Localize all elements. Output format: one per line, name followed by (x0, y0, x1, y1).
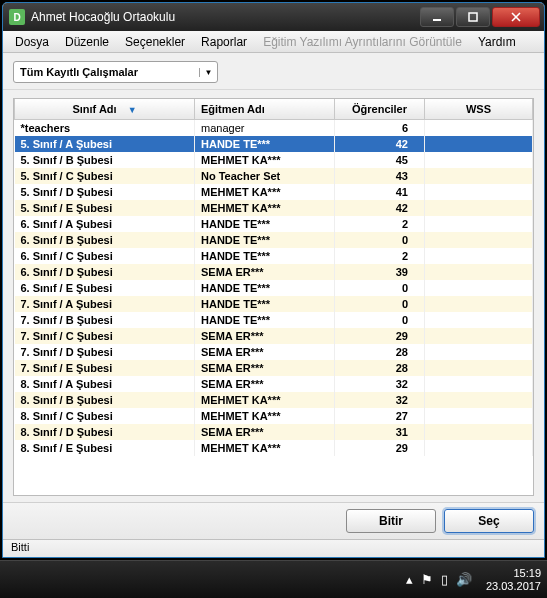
cell-students: 0 (335, 280, 425, 296)
cell-teacher: MEHMET KA*** (195, 184, 335, 200)
close-icon (511, 12, 521, 22)
cell-class: 7. Sınıf / D Şubesi (15, 344, 195, 360)
cell-wss (425, 152, 533, 168)
status-text: Bitti (11, 541, 29, 553)
table-row[interactable]: 6. Sınıf / C ŞubesiHANDE TE***2 (15, 248, 533, 264)
cell-wss (425, 200, 533, 216)
maximize-button[interactable] (456, 7, 490, 27)
table-row[interactable]: *teachersmanager6 (15, 120, 533, 136)
cell-teacher: SEMA ER*** (195, 344, 335, 360)
table-row[interactable]: 8. Sınıf / D ŞubesiSEMA ER***31 (15, 424, 533, 440)
cell-students: 39 (335, 264, 425, 280)
cell-students: 29 (335, 440, 425, 456)
table-row[interactable]: 7. Sınıf / B ŞubesiHANDE TE***0 (15, 312, 533, 328)
cell-teacher: MEHMET KA*** (195, 440, 335, 456)
table-row[interactable]: 6. Sınıf / E ŞubesiHANDE TE***0 (15, 280, 533, 296)
cell-students: 0 (335, 312, 425, 328)
title-bar[interactable]: D Ahmet Hocaoğlu Ortaokulu (3, 3, 544, 31)
cell-class: 5. Sınıf / E Şubesi (15, 200, 195, 216)
cell-wss (425, 280, 533, 296)
volume-icon[interactable]: 🔊 (456, 572, 472, 587)
cell-wss (425, 376, 533, 392)
svg-rect-0 (433, 19, 441, 21)
clock[interactable]: 15:19 23.03.2017 (486, 567, 541, 593)
cell-class: 5. Sınıf / A Şubesi (15, 136, 195, 152)
footer: Bitir Seç (3, 502, 544, 539)
cell-wss (425, 232, 533, 248)
cell-wss (425, 216, 533, 232)
table-row[interactable]: 5. Sınıf / E ŞubesiMEHMET KA***42 (15, 200, 533, 216)
col-teacher[interactable]: Eğitmen Adı (195, 99, 335, 120)
table-row[interactable]: 5. Sınıf / B ŞubesiMEHMET KA***45 (15, 152, 533, 168)
menu-file[interactable]: Dosya (9, 33, 55, 51)
cell-teacher: No Teacher Set (195, 168, 335, 184)
cell-students: 45 (335, 152, 425, 168)
finish-button[interactable]: Bitir (346, 509, 436, 533)
cell-wss (425, 440, 533, 456)
table-row[interactable]: 8. Sınıf / E ŞubesiMEHMET KA***29 (15, 440, 533, 456)
menu-options[interactable]: Seçenekler (119, 33, 191, 51)
select-button-label: Seç (478, 514, 499, 528)
table-row[interactable]: 7. Sınıf / D ŞubesiSEMA ER***28 (15, 344, 533, 360)
table-row[interactable]: 5. Sınıf / D ŞubesiMEHMET KA***41 (15, 184, 533, 200)
cell-teacher: HANDE TE*** (195, 280, 335, 296)
table-scroll[interactable]: Sınıf Adı ▼ Eğitmen Adı Öğrenciler WSS *… (13, 98, 534, 496)
cell-class: 8. Sınıf / D Şubesi (15, 424, 195, 440)
minimize-button[interactable] (420, 7, 454, 27)
col-students[interactable]: Öğrenciler (335, 99, 425, 120)
menu-details[interactable]: Eğitim Yazılımı Ayrıntılarını Görüntüle (257, 33, 468, 51)
filter-combo-label: Tüm Kayıtlı Çalışmalar (14, 66, 199, 78)
table-row[interactable]: 5. Sınıf / A ŞubesiHANDE TE***42 (15, 136, 533, 152)
show-hidden-icon[interactable]: ▴ (406, 572, 413, 587)
cell-class: 5. Sınıf / D Şubesi (15, 184, 195, 200)
cell-wss (425, 344, 533, 360)
table-area: Sınıf Adı ▼ Eğitmen Adı Öğrenciler WSS *… (3, 90, 544, 502)
cell-teacher: HANDE TE*** (195, 232, 335, 248)
cell-wss (425, 120, 533, 136)
col-class[interactable]: Sınıf Adı ▼ (15, 99, 195, 120)
menu-edit[interactable]: Düzenle (59, 33, 115, 51)
window-buttons (420, 7, 540, 27)
col-wss[interactable]: WSS (425, 99, 533, 120)
cell-students: 32 (335, 376, 425, 392)
cell-class: 6. Sınıf / A Şubesi (15, 216, 195, 232)
table-row[interactable]: 7. Sınıf / A ŞubesiHANDE TE***0 (15, 296, 533, 312)
close-button[interactable] (492, 7, 540, 27)
finish-button-label: Bitir (379, 514, 403, 528)
col-class-label: Sınıf Adı (72, 103, 116, 115)
cell-teacher: SEMA ER*** (195, 376, 335, 392)
window-title: Ahmet Hocaoğlu Ortaokulu (31, 10, 420, 24)
cell-teacher: HANDE TE*** (195, 296, 335, 312)
network-icon[interactable]: ▯ (441, 572, 448, 587)
table-row[interactable]: 6. Sınıf / B ŞubesiHANDE TE***0 (15, 232, 533, 248)
taskbar[interactable]: ▴ ⚑ ▯ 🔊 15:19 23.03.2017 (0, 560, 547, 598)
cell-class: 8. Sınıf / E Şubesi (15, 440, 195, 456)
table-row[interactable]: 7. Sınıf / E ŞubesiSEMA ER***28 (15, 360, 533, 376)
table-row[interactable]: 6. Sınıf / A ŞubesiHANDE TE***2 (15, 216, 533, 232)
cell-teacher: SEMA ER*** (195, 328, 335, 344)
menu-reports[interactable]: Raporlar (195, 33, 253, 51)
cell-class: 5. Sınıf / C Şubesi (15, 168, 195, 184)
filter-combo[interactable]: Tüm Kayıtlı Çalışmalar ▼ (13, 61, 218, 83)
select-button[interactable]: Seç (444, 509, 534, 533)
table-row[interactable]: 8. Sınıf / C ŞubesiMEHMET KA***27 (15, 408, 533, 424)
flag-icon[interactable]: ⚑ (421, 572, 433, 587)
menu-help[interactable]: Yardım (472, 33, 522, 51)
cell-class: 8. Sınıf / C Şubesi (15, 408, 195, 424)
cell-students: 6 (335, 120, 425, 136)
table-row[interactable]: 8. Sınıf / B ŞubesiMEHMET KA***32 (15, 392, 533, 408)
table-row[interactable]: 8. Sınıf / A ŞubesiSEMA ER***32 (15, 376, 533, 392)
table-row[interactable]: 5. Sınıf / C ŞubesiNo Teacher Set43 (15, 168, 533, 184)
minimize-icon (432, 12, 442, 22)
cell-students: 0 (335, 232, 425, 248)
cell-teacher: MEHMET KA*** (195, 392, 335, 408)
status-bar: Bitti (3, 539, 544, 557)
cell-students: 41 (335, 184, 425, 200)
cell-teacher: SEMA ER*** (195, 360, 335, 376)
table-row[interactable]: 7. Sınıf / C ŞubesiSEMA ER***29 (15, 328, 533, 344)
toolbar: Tüm Kayıtlı Çalışmalar ▼ (3, 53, 544, 90)
cell-students: 31 (335, 424, 425, 440)
chevron-down-icon[interactable]: ▼ (199, 68, 217, 77)
table-row[interactable]: 6. Sınıf / D ŞubesiSEMA ER***39 (15, 264, 533, 280)
cell-students: 32 (335, 392, 425, 408)
